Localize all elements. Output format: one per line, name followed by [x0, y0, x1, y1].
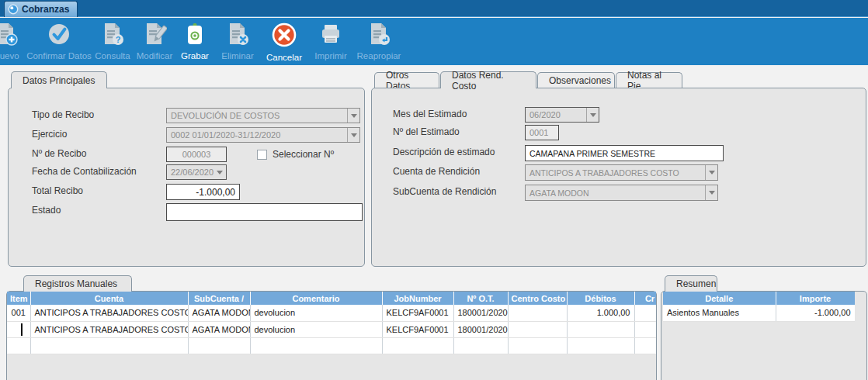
table-row[interactable]: [7, 337, 656, 354]
table-row[interactable]: ANTICIPOS A TRABAJADORES COSTO AGATA MOD…: [7, 321, 656, 337]
col-debitos: Débitos: [567, 292, 634, 305]
dropdown-arrow-icon: [586, 108, 599, 122]
cell-subcuenta[interactable]: AGATA MODON: [188, 305, 250, 321]
tipo-recibo-label: Tipo de Recibo: [32, 109, 94, 120]
tab-observaciones-label: Observaciones: [549, 75, 611, 86]
table-row[interactable]: 001 ANTICIPOS A TRABAJADORES COSTO AGATA…: [7, 305, 656, 321]
reapropiar-button[interactable]: Reapropiar: [336, 22, 422, 60]
cuenta-rendicion-value: ANTICIPOS A TRABAJADORES COSTO: [526, 168, 705, 178]
col-subcuenta: SubCuenta /: [188, 292, 250, 305]
cell-creditos[interactable]: [634, 321, 656, 337]
tab-otros-datos[interactable]: Otros Datos: [374, 72, 439, 88]
tab-notas-al-pie[interactable]: Notas al Pie: [616, 72, 682, 88]
dropdown-arrow-icon: [705, 185, 717, 200]
resumen-table: Detalle Importe Asientos Manuales -1.000…: [663, 292, 855, 322]
resumen-panel: Detalle Importe Asientos Manuales -1.000…: [661, 291, 867, 380]
dropdown-arrow-icon: [705, 165, 717, 180]
tab-resumen[interactable]: Resumen: [665, 275, 717, 292]
cuenta-rendicion-label: Cuenta de Rendición: [393, 166, 480, 177]
cell-comentario[interactable]: devolucion: [250, 305, 382, 321]
cell-jobnumber[interactable]: KELCF9AF0001: [382, 305, 453, 321]
cell-debitos[interactable]: 1.000,00: [567, 305, 634, 321]
tab-datos-principales-label: Datos Principales: [23, 75, 95, 86]
col-comentario: Comentario: [250, 292, 382, 305]
total-recibo-label: Total Recibo: [32, 185, 83, 196]
tab-observaciones[interactable]: Observaciones: [537, 72, 615, 88]
cell-item[interactable]: [7, 337, 30, 354]
ejercicio-combo: 0002 01/01/2020-31/12/2020: [166, 127, 360, 143]
nro-recibo-value: 000003: [182, 150, 211, 159]
cell-debitos[interactable]: [567, 321, 634, 337]
cell-cuenta[interactable]: ANTICIPOS A TRABAJADORES COSTO: [30, 305, 188, 321]
cell-debitos[interactable]: [567, 337, 634, 354]
col-item: Item: [7, 292, 30, 305]
nro-estimado-label: Nº del Estimado: [393, 126, 460, 137]
cell-creditos[interactable]: [634, 337, 656, 354]
cell-subcuenta[interactable]: [188, 337, 250, 354]
tab-datos-principales[interactable]: Datos Principales: [11, 71, 107, 88]
cell-cuenta[interactable]: [30, 337, 188, 354]
tab-registros-manuales[interactable]: Registros Manuales: [23, 275, 132, 292]
main-content: Datos Principales Tipo de Recibo DEVOLUC…: [0, 65, 868, 380]
cuenta-rendicion-combo: ANTICIPOS A TRABAJADORES COSTO: [525, 164, 718, 181]
cell-jobnumber[interactable]: KELCF9AF0001: [382, 321, 453, 337]
table-row: Asientos Manuales -1.000,00: [663, 305, 855, 321]
descripcion-estimado-label: Descripción de estimado: [393, 147, 495, 157]
cell-jobnumber[interactable]: [382, 337, 453, 354]
tipo-recibo-value: DEVOLUCIÓN DE COSTOS: [167, 111, 347, 120]
text-caret: [21, 323, 23, 336]
cell-comentario[interactable]: devolucion: [250, 321, 382, 337]
registros-table: Item Cuenta SubCuenta / Comentario JobNu…: [7, 292, 656, 354]
check-circle-icon: [47, 22, 71, 50]
tab-datos-rend-costo[interactable]: Datos Rend. Costo: [440, 71, 536, 88]
nro-estimado-value: 0001: [529, 128, 548, 137]
descripcion-estimado-field[interactable]: CAMAPANA PRIMER SEMESTRE: [525, 145, 724, 161]
seleccionar-checkbox[interactable]: [257, 150, 267, 160]
cell-item[interactable]: 001: [7, 305, 30, 321]
mes-estimado-label: Mes del Estimado: [393, 109, 467, 119]
dropdown-arrow-icon: [214, 165, 226, 179]
mes-estimado-value: 06/2020: [526, 110, 586, 119]
cell-subcuenta[interactable]: AGATA MODON: [188, 321, 250, 337]
col-cuenta: Cuenta: [30, 292, 188, 305]
window-tab-label: Cobranzas: [22, 4, 69, 15]
cell-ot[interactable]: 180001/2020: [453, 305, 508, 321]
cell-creditos[interactable]: [634, 305, 656, 321]
cell-ot[interactable]: [453, 337, 508, 354]
col-ot: Nº O.T.: [453, 292, 508, 305]
cell-importe: -1.000,00: [776, 305, 855, 321]
toolbar: Nuevo Confirmar Datos ? Consulta Modific…: [0, 18, 868, 65]
descripcion-estimado-value: CAMAPANA PRIMER SEMESTRE: [529, 149, 655, 158]
tab-datos-rend-costo-label: Datos Rend. Costo: [452, 70, 525, 92]
cell-item[interactable]: [7, 321, 30, 337]
tab-registros-manuales-label: Registros Manuales: [35, 278, 117, 289]
cell-cuenta[interactable]: ANTICIPOS A TRABAJADORES COSTO: [30, 321, 188, 337]
registros-manuales-panel: Item Cuenta SubCuenta / Comentario JobNu…: [6, 291, 657, 380]
col-importe: Importe: [776, 292, 855, 305]
cell-centro-costo[interactable]: [508, 337, 567, 354]
subcuenta-rendicion-combo: AGATA MODON: [525, 185, 718, 201]
estado-label: Estado: [32, 205, 61, 216]
fecha-contabilizacion-combo: 22/06/2020: [166, 164, 227, 180]
estado-field[interactable]: [166, 203, 363, 221]
col-jobnumber: JobNumber: [382, 292, 453, 305]
title-bar: Cobranzas: [0, 0, 868, 17]
subcuenta-rendicion-label: SubCuenta de Rendición: [393, 186, 496, 197]
datos-principales-panel: Tipo de Recibo DEVOLUCIÓN DE COSTOS Ejer…: [8, 88, 365, 267]
window-tab-cobranzas[interactable]: Cobranzas: [4, 1, 78, 17]
cell-centro-costo[interactable]: [508, 305, 567, 321]
datos-rend-costo-panel: Mes del Estimado 06/2020 Nº del Estimado…: [371, 88, 866, 267]
app-icon: [8, 4, 19, 15]
reapropiar-label: Reapropiar: [357, 51, 401, 60]
dropdown-arrow-icon: [347, 109, 359, 123]
document-return-icon: [366, 22, 391, 50]
cell-comentario[interactable]: [250, 337, 382, 354]
total-recibo-value: -1.000,00: [196, 187, 235, 198]
cell-ot[interactable]: 180001/2020: [453, 321, 508, 337]
subcuenta-rendicion-value: AGATA MODON: [526, 188, 705, 198]
total-recibo-field[interactable]: -1.000,00: [166, 184, 240, 200]
resumen-header-row: Detalle Importe: [663, 292, 855, 305]
cell-centro-costo[interactable]: [508, 321, 567, 337]
col-detalle: Detalle: [663, 292, 776, 305]
tab-resumen-label: Resumen: [676, 278, 716, 289]
